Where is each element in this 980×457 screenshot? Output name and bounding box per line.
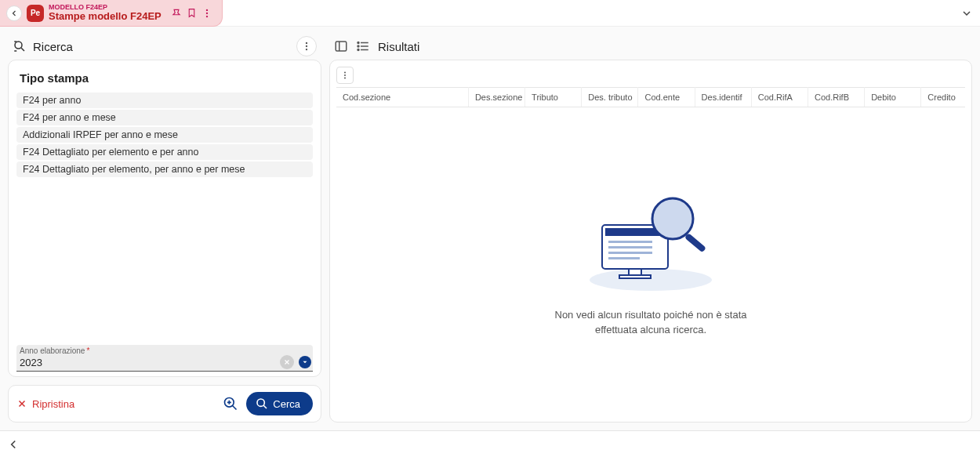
svg-point-3 [15, 42, 22, 49]
tab-title: Stampe modello F24EP [49, 11, 162, 22]
dropdown-icon[interactable] [299, 356, 311, 368]
results-table: Cod.sezione Des.sezione Tributo Des. tri… [336, 87, 965, 107]
svg-rect-26 [684, 233, 706, 252]
svg-rect-19 [608, 241, 652, 243]
close-icon [16, 398, 27, 409]
footer-back-button[interactable] [6, 437, 20, 452]
svg-point-5 [306, 45, 307, 47]
column-header[interactable]: Cod.sezione [336, 88, 468, 107]
empty-message: Non vedi alcun risultato poiché non è st… [555, 308, 747, 338]
column-header[interactable]: Des.identif [695, 88, 751, 107]
svg-point-12 [358, 49, 359, 51]
grid-menu-button[interactable] [336, 67, 354, 84]
split-view-icon[interactable] [334, 39, 348, 53]
year-field-label: Anno elaborazione [20, 346, 85, 355]
left-menu-button[interactable] [296, 36, 317, 56]
svg-rect-23 [629, 269, 641, 275]
list-item[interactable]: F24 Dettagliato per elemento, per anno e… [16, 161, 313, 177]
list-view-icon[interactable] [356, 39, 370, 53]
print-type-heading: Tipo stampa [16, 68, 313, 92]
app-logo: Pe [27, 5, 44, 22]
column-header[interactable]: Debito [865, 88, 921, 107]
right-title: Risultati [378, 40, 419, 53]
svg-rect-21 [608, 252, 652, 254]
svg-rect-22 [608, 257, 640, 259]
right-panel: Risultati Cod.sezione Des.sezione Tribut… [329, 33, 972, 423]
search-button[interactable]: Cerca [246, 392, 313, 415]
tabstrip: Pe MODELLO F24EP Stampe modello F24EP [0, 0, 980, 27]
table-header-row: Cod.sezione Des.sezione Tributo Des. tri… [336, 88, 965, 107]
column-header[interactable]: Credito [921, 88, 965, 107]
bookmark-icon[interactable] [187, 8, 197, 18]
right-header: Risultati [329, 33, 972, 60]
arrow-left-icon [9, 9, 19, 18]
empty-illustration-icon [580, 186, 721, 296]
reset-label: Ripristina [32, 398, 74, 410]
column-header[interactable]: Cod.ente [638, 88, 695, 107]
search-card: Tipo stampa F24 per anno F24 per anno e … [8, 60, 321, 377]
svg-rect-9 [336, 42, 347, 51]
work-area: Ricerca Tipo stampa F24 per anno F24 per… [0, 27, 980, 430]
list-item[interactable]: F24 per anno [16, 92, 313, 108]
column-header[interactable]: Cod.RifB [808, 88, 864, 107]
list-item[interactable]: Addizionali IRPEF per anno e mese [16, 127, 313, 143]
required-indicator: * [86, 346, 89, 355]
column-header[interactable]: Tributo [525, 88, 582, 107]
tabstrip-collapse[interactable] [953, 0, 980, 26]
kebab-icon [340, 71, 350, 80]
footer-bar [0, 430, 980, 457]
tab-menu-icon[interactable] [201, 8, 212, 19]
column-header[interactable]: Cod.RifA [751, 88, 808, 107]
kebab-icon [301, 41, 312, 52]
svg-point-8 [257, 399, 264, 406]
list-item[interactable]: F24 Dettagliato per elemento e per anno [16, 144, 313, 160]
svg-rect-20 [608, 246, 652, 248]
column-header[interactable]: Des.sezione [468, 88, 524, 107]
year-field[interactable]: Anno elaborazione * 2023 [16, 345, 313, 372]
svg-rect-24 [619, 275, 651, 278]
column-header[interactable]: Des. tributo [582, 88, 638, 107]
svg-point-25 [652, 198, 693, 239]
left-title: Ricerca [33, 40, 73, 53]
search-settings-icon [13, 39, 27, 53]
svg-point-16 [590, 269, 712, 291]
svg-point-1 [206, 12, 208, 13]
svg-point-13 [344, 72, 346, 74]
print-type-options: F24 per anno F24 per anno e mese Addizio… [16, 92, 313, 177]
svg-point-4 [306, 42, 307, 44]
list-item[interactable]: F24 per anno e mese [16, 110, 313, 125]
empty-state: Non vedi alcun risultato poiché non è st… [336, 107, 965, 415]
tab-back-button[interactable] [6, 5, 22, 21]
left-header: Ricerca [8, 33, 321, 60]
search-icon [256, 397, 268, 410]
zoom-icon[interactable] [223, 396, 238, 412]
tab-active: Pe MODELLO F24EP Stampe modello F24EP [0, 0, 223, 27]
left-panel: Ricerca Tipo stampa F24 per anno F24 per… [8, 33, 321, 423]
chevron-down-icon [960, 7, 973, 20]
svg-point-14 [344, 74, 346, 76]
results-card: Cod.sezione Des.sezione Tributo Des. tri… [329, 60, 972, 423]
clear-icon[interactable] [280, 355, 294, 369]
tab-titles: MODELLO F24EP Stampe modello F24EP [49, 4, 162, 22]
arrow-left-icon [6, 437, 20, 452]
svg-point-6 [306, 49, 307, 50]
search-button-label: Cerca [273, 398, 300, 410]
reset-button[interactable]: Ripristina [16, 398, 74, 410]
year-field-value: 2023 [20, 357, 280, 368]
actions-card: Ripristina Cerca [8, 385, 321, 423]
svg-point-2 [206, 15, 208, 16]
pin-icon[interactable] [171, 8, 182, 19]
svg-point-0 [206, 9, 208, 10]
svg-point-11 [358, 45, 359, 47]
svg-point-10 [358, 42, 359, 44]
svg-point-15 [344, 78, 346, 79]
